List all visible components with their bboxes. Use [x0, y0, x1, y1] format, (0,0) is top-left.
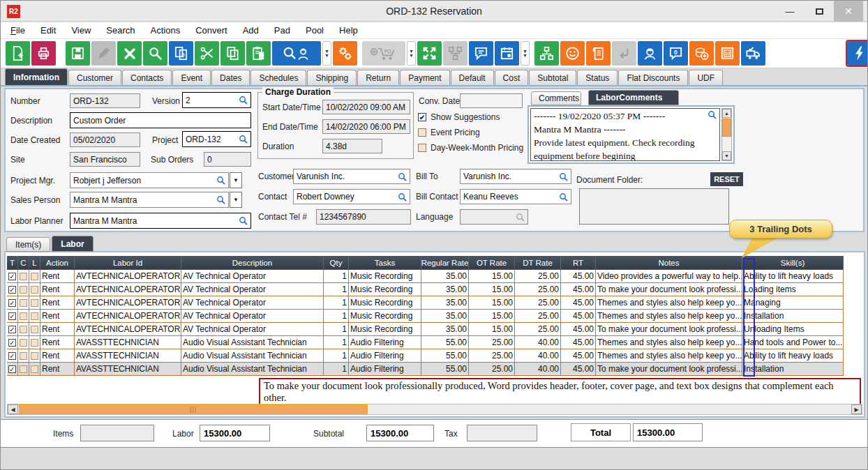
checked-checkbox-icon[interactable]: ✓	[8, 299, 16, 307]
sales-person-field[interactable]: Mantra M Mantra	[70, 192, 229, 208]
number-field[interactable]: ORD-132	[70, 93, 140, 108]
sales-person-search-icon[interactable]	[216, 195, 225, 204]
bill-to-field[interactable]: Varunish Inc.	[460, 169, 571, 184]
calendar-dropdown[interactable]: ▼▼	[521, 41, 530, 66]
project-mgr-field[interactable]: Robjert j Jefferson	[70, 172, 229, 188]
h-scrollbar-thumb[interactable]: |||	[19, 404, 368, 414]
column-header-qty[interactable]: Qty	[324, 256, 349, 269]
copy-count-icon[interactable]: 0	[169, 41, 193, 66]
unchecked-checkbox-icon[interactable]	[31, 339, 38, 347]
checkbox-icon[interactable]	[418, 144, 426, 152]
menu-view[interactable]: View	[71, 25, 91, 36]
chat-count-icon[interactable]: 0	[664, 41, 688, 66]
menu-search[interactable]: Search	[106, 25, 135, 36]
delete-icon[interactable]	[117, 41, 142, 66]
language-field[interactable]	[460, 209, 528, 225]
tab-contacts[interactable]: Contacts	[122, 70, 172, 85]
menu-edit[interactable]: Edit	[40, 25, 56, 36]
contact-search-icon[interactable]	[398, 192, 407, 202]
vault-icon[interactable]: 10	[715, 41, 740, 66]
tab-labor[interactable]: Labor	[52, 236, 93, 252]
column-header-skill-s-[interactable]: Skill(s)	[742, 256, 844, 269]
add-po-dropdown[interactable]: ▼▼	[407, 41, 416, 66]
tab-customer[interactable]: Customer	[68, 70, 121, 85]
customer-search-icon[interactable]	[398, 172, 407, 181]
tab-shipping[interactable]: Shipping	[307, 70, 357, 85]
unchecked-checkbox-icon[interactable]	[31, 352, 38, 360]
subtotal-field[interactable]: 15300.00	[366, 425, 434, 441]
comment-icon[interactable]	[469, 41, 493, 66]
scroll-right-icon[interactable]: ▶	[851, 404, 862, 414]
tab-item-s-[interactable]: Item(s)	[6, 237, 50, 252]
cell-checkbox-l[interactable]	[29, 270, 40, 282]
contact-field[interactable]: Robert Downey	[293, 189, 410, 204]
site-field[interactable]: San Francisco	[70, 152, 140, 167]
column-header-description[interactable]: Description	[181, 256, 324, 269]
cell-checkbox-c[interactable]	[18, 323, 29, 335]
unchecked-checkbox-icon[interactable]	[20, 286, 27, 294]
table-row[interactable]: ✓RentAVASSTTECHNICIANAudio Visual Assist…	[7, 336, 844, 349]
cell-checkbox-t[interactable]: ✓	[7, 336, 18, 349]
project-mgr-search-icon[interactable]	[216, 176, 225, 185]
version-field[interactable]: 2	[182, 92, 251, 108]
conv-date-field[interactable]	[460, 93, 523, 108]
column-header-dt-rate[interactable]: DT Rate	[515, 256, 561, 269]
duration-field[interactable]: 4.38d	[322, 139, 382, 153]
cell-checkbox-c[interactable]	[18, 310, 29, 322]
bill-to-search-icon[interactable]	[559, 172, 568, 181]
copy-icon[interactable]	[220, 41, 245, 66]
bill-contact-field[interactable]: Keanu Reeves	[460, 189, 571, 204]
org-tree-icon[interactable]	[534, 41, 559, 66]
cell-checkbox-l[interactable]	[29, 310, 40, 322]
date-created-field[interactable]: 05/02/2020	[70, 132, 140, 147]
cell-checkbox-t[interactable]: ✓	[7, 363, 18, 375]
flash-icon[interactable]	[847, 41, 868, 66]
tab-subtotal[interactable]: Subtotal	[529, 70, 576, 85]
smiley-icon[interactable]	[560, 41, 585, 66]
labor-comments-text[interactable]: ------- 19/02/2020 05:37 PM -------Mantr…	[530, 108, 720, 161]
scroll-left-icon[interactable]: ◀	[8, 404, 18, 414]
paste-icon[interactable]	[246, 41, 271, 66]
menu-convert[interactable]: Convert	[195, 25, 227, 36]
labor-comments-box[interactable]: ------- 19/02/2020 05:37 PM -------Mantr…	[527, 105, 735, 164]
cell-checkbox-t[interactable]: ✓	[7, 296, 18, 309]
maximize-button[interactable]	[805, 1, 834, 22]
tab-dates[interactable]: Dates	[211, 70, 250, 85]
column-header-c[interactable]: C	[18, 256, 29, 269]
column-header-rt[interactable]: RT	[561, 256, 596, 269]
save-icon[interactable]	[66, 41, 90, 66]
find-labor-dropdown[interactable]: ▼▼	[322, 41, 331, 66]
unchecked-checkbox-icon[interactable]	[20, 352, 27, 360]
unchecked-checkbox-icon[interactable]	[20, 365, 27, 373]
cell-checkbox-l[interactable]	[29, 283, 40, 296]
contact-tel-field[interactable]: 1234567890	[316, 209, 411, 225]
checked-checkbox-icon[interactable]: ✓	[8, 312, 16, 320]
cell-checkbox-t[interactable]: ✓	[7, 270, 18, 282]
worker-icon[interactable]	[638, 41, 662, 66]
menu-actions[interactable]: Actions	[151, 25, 181, 36]
search-icon[interactable]	[143, 41, 167, 66]
reset-button[interactable]: RESET	[710, 172, 743, 186]
cell-checkbox-c[interactable]	[18, 283, 29, 296]
unchecked-checkbox-icon[interactable]	[31, 312, 38, 320]
tab-status[interactable]: Status	[577, 70, 618, 85]
option-event-pricing[interactable]: Event Pricing	[418, 128, 480, 137]
cell-checkbox-l[interactable]	[29, 296, 40, 309]
add-po-cart-icon[interactable]: PO	[362, 41, 405, 66]
nodes-icon[interactable]	[443, 41, 467, 66]
unchecked-checkbox-icon[interactable]	[31, 273, 38, 280]
cell-checkbox-t[interactable]: ✓	[7, 283, 18, 296]
calendar-icon[interactable]	[495, 41, 519, 66]
tab-schedules[interactable]: Schedules	[250, 70, 306, 85]
comments-scrollbar[interactable]: ▲ ▼	[721, 108, 732, 161]
scroll-down-icon[interactable]: ▼	[722, 151, 731, 160]
new-order-icon[interactable]	[6, 41, 30, 66]
checked-checkbox-icon[interactable]: ✓	[8, 365, 16, 373]
tab-udf[interactable]: UDF	[689, 70, 723, 85]
checked-checkbox-icon[interactable]: ✓	[8, 326, 16, 333]
project-search-icon[interactable]	[239, 135, 248, 144]
column-header-regular-rate[interactable]: Regular Rate	[421, 256, 469, 269]
labor-planner-search-icon[interactable]	[239, 216, 248, 225]
cell-checkbox-l[interactable]	[29, 349, 40, 362]
option-show-suggestions[interactable]: ✔Show Suggestions	[418, 112, 500, 122]
